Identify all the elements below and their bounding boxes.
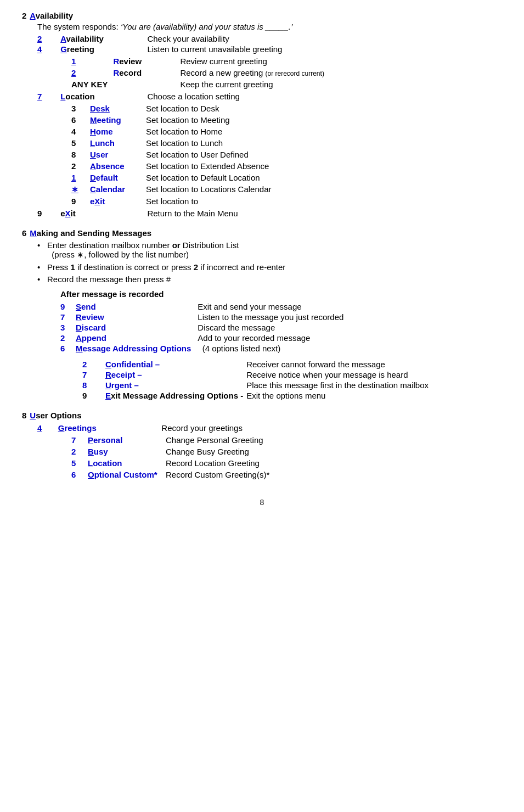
entry-send: 9 Send Exit and send your message	[60, 301, 343, 312]
entry-exit-addr: 9 Exit Message Addressing Options - Exit…	[82, 390, 429, 401]
entry-default: 1 Default Set location to Default Locati…	[71, 172, 271, 183]
section6-bullets: Enter destination mailbox number or Dist…	[22, 240, 502, 284]
entry-confidential: 2 Confidential – Receiver cannot forward…	[82, 359, 429, 369]
addr-entries: 2 Confidential – Receiver cannot forward…	[22, 359, 502, 401]
greeting-sub-table: 1 Review Review current greeting 2 Recor…	[70, 55, 325, 91]
section8-entries: 4 Greetings Record your greetings 7 Pers…	[22, 423, 502, 481]
entry-optional-custom: 6 Optional Custom* Record Custom Greetin…	[71, 469, 269, 480]
page-number: 8	[22, 498, 502, 507]
entry-greetings: 4 Greetings Record your greetings	[37, 423, 271, 433]
entry-msg-addr: 6 Message Addressing Options (4 options …	[60, 343, 343, 354]
entry-append: 2 Append Add to your recorded message	[60, 333, 343, 343]
section-6: 6 Making and Sending Messages Enter dest…	[22, 228, 502, 401]
entry-location-greet: 5 Location Record Location Greeting	[71, 458, 269, 468]
entry-anykey: ANY KEY Keep the current greeting	[71, 79, 324, 89]
entry-exit-loc: 9 eXit Set location to	[71, 196, 271, 206]
entry-absence: 2 Absence Set location to Extended Absen…	[71, 161, 271, 171]
entry-meeting: 6 Meeting Set location to Meeting	[71, 115, 271, 125]
section2-title: Availability	[30, 11, 73, 20]
section-8: 8 User Options 4 Greetings Record your g…	[22, 411, 502, 481]
section8-title: User Options	[30, 411, 81, 420]
entry-review: 1 Review Review current greeting	[71, 56, 324, 66]
section-2: 2 Availability The system responds: ‘You…	[22, 11, 502, 219]
after-message-entries: 9 Send Exit and send your message 7 Revi…	[22, 301, 502, 354]
system-responds-label: The system responds:	[37, 22, 121, 31]
entry-location-sub: 3 Desk Set location to Desk 6 Meeting Se…	[37, 102, 325, 208]
section8-table: 4 Greetings Record your greetings 7 Pers…	[37, 423, 271, 481]
entry-receipt: 7 Receipt – Receive notice when your mes…	[82, 369, 429, 380]
entry-user: 8 User Set location to User Defined	[71, 149, 271, 160]
addr-table: 2 Confidential – Receiver cannot forward…	[82, 359, 429, 401]
entry-record: 2 Record Record a new greeting (or rerec…	[71, 68, 324, 78]
entry-availability: 2 Availability Check your availability	[37, 33, 325, 44]
section2-entries: 2 Availability Check your availability 4…	[37, 33, 325, 219]
location-sub-table: 3 Desk Set location to Desk 6 Meeting Se…	[70, 102, 272, 208]
entry-exit-main: 9 eXit Return to the Main Menu	[37, 208, 325, 219]
entry-urgent: 8 Urgent – Place this message first in t…	[82, 380, 429, 390]
greetings-sub-table: 7 Personal Change Personal Greeting 2 Bu…	[70, 434, 271, 481]
bullet-1: Enter destination mailbox number or Dist…	[37, 240, 502, 260]
entry-greetings-sub: 7 Personal Change Personal Greeting 2 Bu…	[37, 433, 271, 481]
system-responds-text: ‘You are (availability) and your status …	[121, 22, 293, 31]
entry-discard: 3 Discard Discard the message	[60, 322, 343, 333]
entry-desk: 3 Desk Set location to Desk	[71, 103, 271, 114]
entry-greeting: 4 Greeting Listen to current unavailable…	[37, 44, 325, 54]
entry-lunch: 5 Lunch Set location to Lunch	[71, 138, 271, 148]
entry-calendar: ∗ Calendar Set location to Locations Cal…	[71, 184, 271, 195]
entry-busy: 2 Busy Change Busy Greeting	[71, 446, 269, 457]
section2-num: 2	[22, 11, 26, 20]
section6-title: Making and Sending Messages	[30, 228, 151, 238]
bullet-2: Press 1 if destination is correct or pre…	[37, 262, 502, 272]
bullet-3: Record the message then press #	[37, 275, 502, 284]
entry-home: 4 Home Set location to Home	[71, 126, 271, 137]
section8-num: 8	[22, 411, 26, 420]
entry-personal: 7 Personal Change Personal Greeting	[71, 435, 269, 445]
entry-review-msg: 7 Review Listen to the message you just …	[60, 312, 343, 322]
entry-location: 7 Location Choose a location setting	[37, 91, 325, 102]
after-message-table: 9 Send Exit and send your message 7 Revi…	[60, 301, 343, 354]
after-message-title: After message is recorded	[60, 289, 164, 299]
entry-greeting-sub: 1 Review Review current greeting 2 Recor…	[37, 54, 325, 91]
section6-num: 6	[22, 228, 26, 238]
